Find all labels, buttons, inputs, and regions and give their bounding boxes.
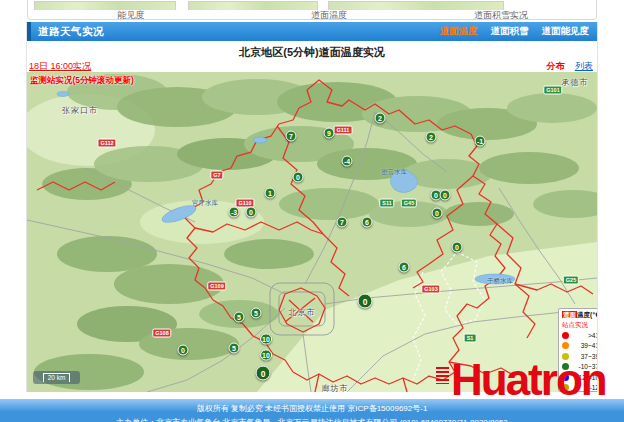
legend-dot-orange bbox=[562, 342, 569, 349]
map-status-label: 监测站实况(5分钟滚动更新) bbox=[30, 75, 134, 87]
map-terrain bbox=[27, 72, 597, 392]
station-marker[interactable]: 0 bbox=[256, 366, 271, 381]
legend-row: 39~41 bbox=[562, 341, 597, 352]
road-shield-label: G111 bbox=[334, 126, 353, 135]
tab-road-snow[interactable]: 道面积雪 bbox=[491, 25, 529, 38]
page: 能见度 道面温度 道面积雪实况 道路天气实况 道面温度 道面积雪 道面能见度 北… bbox=[0, 0, 624, 422]
road-shield-label: S11 bbox=[379, 199, 394, 208]
road-shield-label: G25 bbox=[563, 276, 579, 285]
reservoir-label: 官厅水库 bbox=[192, 199, 218, 208]
reservoir-label: 密云水库 bbox=[381, 168, 407, 177]
station-marker[interactable]: 7 bbox=[337, 217, 348, 228]
station-marker[interactable]: 0 bbox=[358, 294, 373, 309]
station-marker[interactable]: 2 bbox=[426, 132, 437, 143]
station-marker[interactable]: 9 bbox=[324, 128, 335, 139]
legend-title: 道面温度(℃) bbox=[562, 311, 597, 320]
page-title: 北京地区(5分钟)道面温度实况 bbox=[27, 45, 597, 60]
station-marker[interactable]: -1 bbox=[475, 136, 486, 147]
station-marker[interactable]: 0 bbox=[246, 207, 257, 218]
thumbnail-caption-road-snow[interactable]: 道面积雪实况 bbox=[456, 9, 546, 20]
thumbnail-caption-visibility[interactable]: 能见度 bbox=[86, 9, 176, 20]
road-shield-label: G109 bbox=[207, 282, 226, 291]
legend-row: >41 bbox=[562, 330, 597, 341]
section-title: 道路天气实况 bbox=[38, 25, 104, 39]
city-label: 廊坊市 bbox=[322, 383, 349, 393]
station-marker[interactable]: 7 bbox=[286, 131, 297, 142]
station-marker[interactable]: 5 bbox=[251, 308, 262, 319]
road-shield-label: G103 bbox=[421, 285, 440, 294]
tab-road-temperature[interactable]: 道面温度 bbox=[440, 25, 478, 38]
legend-dot-red bbox=[562, 332, 569, 339]
city-label: 北京市 bbox=[289, 307, 316, 318]
footer-organizer: 主办单位：北京市专业气象台 北京市气象局 · 北京万云易捷达信息技术有限公司 (… bbox=[0, 414, 624, 422]
road-shield-label: G7 bbox=[210, 171, 223, 180]
road-shield-label: G108 bbox=[152, 329, 171, 338]
scale-label: 20 km bbox=[43, 373, 71, 382]
station-marker[interactable]: 5 bbox=[229, 343, 240, 354]
city-label: 承德市 bbox=[562, 77, 589, 88]
station-marker[interactable]: 0 bbox=[440, 190, 451, 201]
city-label: 张家口市 bbox=[62, 105, 98, 116]
titlebar-links: 道面温度 道面积雪 道面能见度 bbox=[440, 25, 590, 38]
station-marker[interactable]: 6 bbox=[362, 217, 373, 228]
station-marker[interactable]: 10 bbox=[260, 350, 272, 361]
huatron-logo-stripes-icon bbox=[436, 367, 449, 384]
station-marker[interactable]: 0 bbox=[178, 345, 189, 356]
legend-title-rest: 温度(℃) bbox=[577, 311, 597, 318]
legend-label: >41 bbox=[569, 332, 597, 339]
map-scalebar: 20 km bbox=[33, 371, 80, 384]
legend-subtitle: 站点实况 bbox=[562, 321, 597, 330]
huatron-watermark-text: Huatron bbox=[451, 358, 606, 402]
view-distribution[interactable]: 分布 bbox=[546, 61, 564, 71]
station-marker[interactable]: 5 bbox=[234, 312, 245, 323]
section-titlebar: 道路天气实况 道面温度 道面积雪 道面能见度 bbox=[27, 22, 597, 41]
reservoir-label: 于桥水库 bbox=[487, 277, 513, 286]
station-marker[interactable]: 6 bbox=[399, 262, 410, 273]
station-marker[interactable]: -4 bbox=[342, 156, 353, 167]
huatron-watermark: Huatron bbox=[436, 358, 606, 402]
thumbnail-caption-road-temp[interactable]: 道面温度 bbox=[284, 9, 374, 20]
road-shield-label: G45 bbox=[401, 199, 417, 208]
road-shield-label: G112 bbox=[97, 139, 116, 148]
station-marker[interactable]: 10 bbox=[260, 334, 272, 345]
view-list-link[interactable]: 列表 bbox=[575, 61, 593, 71]
tab-road-visibility[interactable]: 道面能见度 bbox=[542, 25, 590, 38]
legend-label: 39~41 bbox=[569, 342, 597, 349]
station-marker[interactable]: 0 bbox=[293, 172, 304, 183]
road-shield-label: S1 bbox=[464, 334, 477, 343]
map-pane[interactable]: 监测站实况(5分钟滚动更新) 道面温度(℃) 站点实况 >41 39~41 37… bbox=[27, 72, 597, 392]
station-marker[interactable]: 2 bbox=[375, 113, 386, 124]
station-marker[interactable]: 0 bbox=[432, 208, 443, 219]
station-marker[interactable]: 0 bbox=[452, 242, 463, 253]
station-marker[interactable]: -3 bbox=[229, 207, 240, 218]
subheader: 北京地区(5分钟)道面温度实况 18日 16:00实况 分布 列表 bbox=[27, 41, 597, 72]
road-shield-label: G101 bbox=[543, 86, 562, 95]
station-marker[interactable]: 1 bbox=[265, 188, 276, 199]
thumbnail-strip: 能见度 道面温度 道面积雪实况 bbox=[27, 0, 597, 20]
legend-title-tag: 道面 bbox=[562, 311, 577, 318]
